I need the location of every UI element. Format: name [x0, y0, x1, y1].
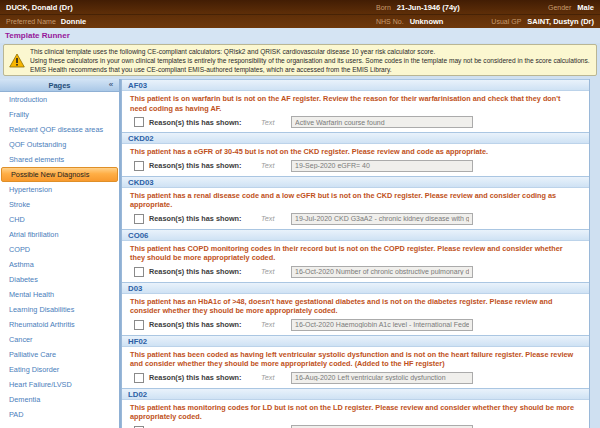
reason-text-input[interactable] [291, 266, 473, 278]
section-description: This patient has monitoring codes for LD… [122, 400, 589, 423]
text-label: Text [261, 267, 285, 276]
sidebar-item-heart-failure-lvsd[interactable]: Heart Failure/LVSD [0, 377, 119, 392]
banner-row-2: Preferred Name Donnie NHS No. Unknown Us… [0, 14, 600, 28]
patient-banner: DUCK, Donald (Dr) Born 21-Jun-1946 (74y)… [0, 0, 600, 28]
section-code: HF02 [122, 335, 589, 347]
reason-checkbox[interactable] [134, 214, 144, 224]
alert-section-af03: AF03 This patient is on warfarin but is … [122, 79, 589, 132]
text-label: Text [261, 118, 285, 127]
alert-section-co06: CO06 This patient has COPD monitoring co… [122, 229, 589, 282]
text-label: Text [261, 161, 285, 170]
reason-row: Reason(s) this has shown: Text [122, 370, 589, 388]
sidebar-item-rheumatoid-arthritis[interactable]: Rheumatoid Arthritis [0, 317, 119, 332]
pages-header-label: Pages [0, 81, 119, 90]
alert-section-d03: D03 This patient has an HbA1c of >48, do… [122, 282, 589, 335]
sidebar-item-cancer[interactable]: Cancer [0, 332, 119, 347]
reason-checkbox-label: Reason(s) this has shown: [149, 118, 261, 127]
alert-section-ckd02: CKD02 This patient has a eGFR of 30-45 b… [122, 132, 589, 176]
reason-row: Reason(s) this has shown: Text [122, 114, 589, 132]
notice-line-1: This clinical template uses the followin… [30, 47, 590, 56]
gender-value: Male [577, 3, 594, 12]
reason-checkbox-label: Reason(s) this has shown: [149, 214, 261, 223]
reason-checkbox[interactable] [134, 373, 144, 383]
sidebar-item-palliative-care[interactable]: Palliative Care [0, 347, 119, 362]
sidebar-item-atrial-fibrillation[interactable]: Atrial fibrillation [0, 227, 119, 242]
text-label: Text [261, 214, 285, 223]
sidebar-item-chd[interactable]: CHD [0, 212, 119, 227]
reason-row: Reason(s) this has shown: Text [122, 158, 589, 176]
gender-label: Gender [548, 4, 571, 11]
born-label: Born [376, 4, 391, 11]
warning-icon [4, 53, 30, 68]
usual-gp-value: SAINT, Dustyn (Dr) [527, 17, 594, 26]
banner-row-1: DUCK, Donald (Dr) Born 21-Jun-1946 (74y)… [0, 0, 600, 14]
patient-name: DUCK, Donald (Dr) [6, 3, 73, 12]
sidebar-item-eating-disorder[interactable]: Eating Disorder [0, 362, 119, 377]
nhs-label: NHS No. [376, 18, 404, 25]
alert-section-hf02: HF02 This patient has been coded as havi… [122, 335, 589, 388]
nhs-value: Unknown [410, 17, 444, 26]
section-description: This patient is on warfarin but is not o… [122, 91, 589, 114]
text-label: Text [261, 320, 285, 329]
sidebar-item-pad[interactable]: PAD [0, 407, 119, 422]
sidebar-item-shared-elements[interactable]: Shared elements [0, 152, 119, 167]
section-description: This patient has an HbA1c of >48, doesn'… [122, 294, 589, 317]
sidebar-item-diabetes[interactable]: Diabetes [0, 272, 119, 287]
reason-text-input[interactable] [291, 213, 473, 225]
notice-text: This clinical template uses the followin… [30, 47, 594, 74]
sidebar-item-stroke[interactable]: Stroke [0, 197, 119, 212]
section-description: This patient has COPD monitoring codes i… [122, 241, 589, 264]
reason-text-input[interactable] [291, 116, 473, 128]
sidebar-item-dementia[interactable]: Dementia [0, 392, 119, 407]
ce-calculator-notice: This clinical template uses the followin… [3, 44, 597, 76]
section-description: This patient has a renal disease code an… [122, 188, 589, 211]
preferred-name-label: Preferred Name [6, 18, 56, 25]
sidebar-item-mental-health[interactable]: Mental Health [0, 287, 119, 302]
reason-text-input[interactable] [291, 372, 473, 384]
main-sections: AF03 This patient is on warfarin but is … [121, 79, 590, 428]
alert-section-ld02: LD02 This patient has monitoring codes f… [122, 388, 589, 428]
sidebar-item-hypertension[interactable]: Hypertension [0, 182, 119, 197]
reason-row: Reason(s) this has shown: Text [122, 317, 589, 335]
titlebar: Template Runner [0, 28, 600, 43]
sidebar-item-copd[interactable]: COPD [0, 242, 119, 257]
collapse-sidebar-icon[interactable]: « [106, 80, 116, 90]
preferred-name-value: Donnie [61, 17, 86, 26]
pages-header: Pages « [0, 79, 119, 92]
reason-checkbox-label: Reason(s) this has shown: [149, 373, 261, 382]
section-description: This patient has a eGFR of 30-45 but is … [122, 144, 589, 158]
sidebar-item-learning-disabilities[interactable]: Learning Disabilities [0, 302, 119, 317]
reason-text-input[interactable] [291, 319, 473, 331]
sidebar-items: IntroductionFrailtyRelevant QOF disease … [0, 92, 119, 428]
reason-checkbox[interactable] [134, 161, 144, 171]
reason-checkbox-label: Reason(s) this has shown: [149, 161, 261, 170]
content-area: Pages « IntroductionFrailtyRelevant QOF … [0, 79, 600, 428]
pages-sidebar: Pages « IntroductionFrailtyRelevant QOF … [0, 79, 121, 428]
page-title: Template Runner [5, 31, 70, 40]
reason-checkbox[interactable] [134, 117, 144, 127]
sidebar-item-possible-new-diagnosis[interactable]: Possible New Diagnosis [1, 167, 118, 182]
section-code: CKD02 [122, 132, 589, 144]
reason-row: Reason(s) this has shown: Text [122, 264, 589, 282]
reason-text-input[interactable] [291, 160, 473, 172]
born-value: 21-Jun-1946 (74y) [397, 3, 460, 12]
sidebar-item-introduction[interactable]: Introduction [0, 92, 119, 107]
section-code: CO06 [122, 229, 589, 241]
reason-checkbox-label: Reason(s) this has shown: [149, 320, 261, 329]
reason-checkbox[interactable] [134, 267, 144, 277]
sidebar-item-qof-outstanding[interactable]: QOF Outstanding [0, 137, 119, 152]
section-code: AF03 [122, 79, 589, 91]
sidebar-item-frailty[interactable]: Frailty [0, 107, 119, 122]
reason-row: Reason(s) this has shown: Text [122, 211, 589, 229]
reason-checkbox[interactable] [134, 320, 144, 330]
sidebar-item-asthma[interactable]: Asthma [0, 257, 119, 272]
reason-checkbox-label: Reason(s) this has shown: [149, 267, 261, 276]
section-code: LD02 [122, 388, 589, 400]
notice-line-3: EMIS Health recommends that you use CE-c… [30, 65, 590, 74]
sidebar-item-relevant-qof-disease-areas[interactable]: Relevant QOF disease areas [0, 122, 119, 137]
section-code: D03 [122, 282, 589, 294]
section-description: This patient has been coded as having le… [122, 347, 589, 370]
alert-section-ckd03: CKD03 This patient has a renal disease c… [122, 176, 589, 229]
reason-text-input[interactable] [291, 425, 473, 428]
notice-line-2: Using these calculators in your own clin… [30, 56, 590, 65]
